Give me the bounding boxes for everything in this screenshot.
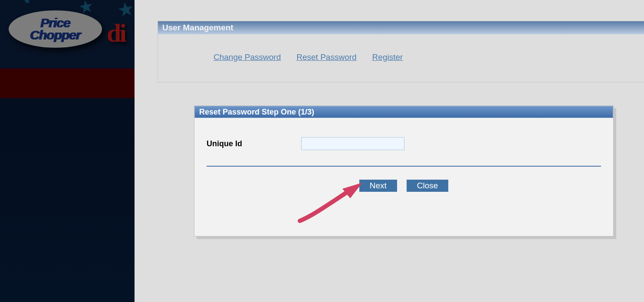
reset-password-title: Reset Password Step One (1/3) — [194, 106, 613, 118]
main-content: User Management Change Password Reset Pa… — [135, 0, 644, 302]
register-link[interactable]: Register — [372, 53, 403, 62]
change-password-link[interactable]: Change Password — [214, 53, 281, 62]
reset-password-body: Unique Id Next Close — [194, 118, 613, 236]
modal-backdrop — [0, 0, 135, 302]
unique-id-label: Unique Id — [207, 139, 301, 148]
reset-password-panel: Reset Password Step One (1/3) Unique Id … — [194, 105, 614, 236]
reset-password-panel-wrap: Reset Password Step One (1/3) Unique Id … — [194, 105, 614, 236]
user-management-links: Change Password Reset Password Register — [158, 34, 644, 82]
user-management-panel: User Management Change Password Reset Pa… — [158, 21, 644, 82]
close-button[interactable]: Close — [407, 180, 449, 192]
button-row: Next Close — [207, 180, 601, 192]
next-button[interactable]: Next — [359, 180, 397, 192]
left-sidebar: ★ ★ ★ Price Chopper di — [0, 0, 135, 302]
user-management-title: User Management — [158, 21, 644, 34]
divider — [207, 166, 601, 167]
unique-id-input[interactable] — [301, 137, 404, 150]
reset-password-link[interactable]: Reset Password — [296, 53, 356, 62]
unique-id-row: Unique Id — [207, 137, 601, 150]
